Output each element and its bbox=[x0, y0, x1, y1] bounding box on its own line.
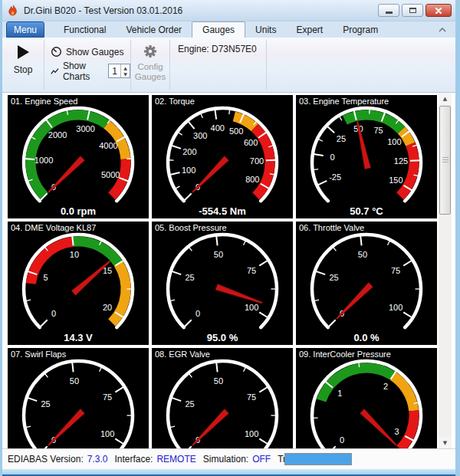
charts-count-value[interactable]: 1 bbox=[109, 64, 120, 77]
gauge-title: 09. InterCooler Pressure bbox=[299, 350, 391, 359]
gauge-tick-label: 300 bbox=[193, 131, 207, 140]
gauge-tile-05: 05. Boost Pressure025507510095.0 % bbox=[152, 222, 293, 345]
gauge-tick-label: 3 bbox=[395, 427, 399, 436]
gauge-tick-label: 1 bbox=[337, 389, 342, 398]
stop-icon bbox=[18, 45, 29, 59]
progress-bar-fill bbox=[285, 454, 351, 465]
gauge-tick-label: 50 bbox=[358, 250, 367, 259]
view-group: Show Gauges Show Charts 1 ▲ ▼ bbox=[44, 38, 130, 92]
gauge-tick-label: 4000 bbox=[99, 141, 117, 150]
gauge-value: 95.0 % bbox=[152, 332, 293, 343]
simulation-label: Simulation: bbox=[203, 454, 248, 465]
maximize-button[interactable] bbox=[402, 4, 423, 17]
gauge-needle bbox=[71, 261, 110, 295]
gauge-title: 07. Swirl Flaps bbox=[11, 350, 66, 359]
stop-label: Stop bbox=[14, 64, 33, 75]
window-controls bbox=[378, 4, 452, 17]
tab-vehicle-order[interactable]: Vehicle Order bbox=[116, 21, 192, 38]
collapse-ribbon-button[interactable] bbox=[437, 25, 448, 34]
window-title: Dr.Gini B020 - Test Version 03.01.2016 bbox=[24, 5, 182, 16]
title-bar[interactable]: Dr.Gini B020 - Test Version 03.01.2016 bbox=[2, 0, 455, 21]
gauge-tick-label: 100 bbox=[387, 137, 401, 146]
gauge-tick-label: 100 bbox=[100, 429, 114, 438]
gauge-tile-06: 06. Throttle Valve02550751000.0 % bbox=[296, 222, 437, 345]
minimize-icon bbox=[386, 11, 393, 14]
vertical-scrollbar[interactable]: ▲ ▼ bbox=[439, 93, 452, 448]
gauge-title: 01. Engine Speed bbox=[11, 97, 77, 106]
gauge-tick-label: 75 bbox=[247, 266, 256, 275]
config-gauges-button[interactable]: Config Gauges bbox=[131, 38, 169, 92]
gauge-needle bbox=[48, 156, 85, 193]
gauge-tile-04: 04. DME Voltage KL870510152014.3 V bbox=[8, 222, 149, 345]
chart-line-icon bbox=[51, 67, 59, 76]
chevron-up-icon bbox=[439, 28, 446, 32]
close-button[interactable] bbox=[426, 4, 452, 17]
gauge-dial: 0255075100 bbox=[296, 222, 437, 345]
gauge-title: 08. EGR Valve bbox=[155, 350, 210, 359]
tab-gauges[interactable]: Gauges bbox=[192, 21, 245, 38]
gauge-dial: 05101520 bbox=[8, 222, 149, 345]
simulation-value: OFF bbox=[252, 454, 271, 465]
gauge-tile-02: 02. Torque0100200300400500600700800-554.… bbox=[152, 95, 293, 218]
ribbon-toolbar: Stop Show Gauges Show Charts 1 ▲ ▼ bbox=[2, 38, 455, 93]
spinner-down-icon[interactable]: ▼ bbox=[121, 71, 130, 78]
gauge-tick-label: 75 bbox=[391, 266, 400, 275]
ribbon-tab-bar: Menu Functional Vehicle Order Gauges Uni… bbox=[2, 21, 455, 38]
minimize-button[interactable] bbox=[378, 4, 399, 17]
gauge-value: 0.0 rpm bbox=[8, 205, 149, 217]
show-charts-label[interactable]: Show Charts bbox=[63, 61, 101, 82]
spinner-up-icon[interactable]: ▲ bbox=[121, 64, 130, 71]
gauge-dial: 0255075100 bbox=[8, 348, 149, 448]
tab-functional[interactable]: Functional bbox=[54, 21, 116, 38]
engine-label: Engine: D73N57E0 bbox=[178, 44, 257, 54]
gauge-value: 50.7 °C bbox=[296, 205, 437, 217]
tab-program[interactable]: Program bbox=[333, 21, 388, 38]
gauge-needle bbox=[192, 409, 229, 446]
menu-button[interactable]: Menu bbox=[6, 21, 44, 38]
config-gauges-label: Config Gauges bbox=[131, 62, 169, 82]
gauge-tick-label: 150 bbox=[389, 176, 402, 185]
window-bottom-border bbox=[2, 469, 455, 476]
progress-bar bbox=[284, 453, 352, 465]
gauge-needle bbox=[192, 156, 229, 193]
gauge-title: 06. Throttle Valve bbox=[299, 223, 364, 232]
gauge-tick-label: 50 bbox=[70, 376, 79, 386]
gauge-tick-label: 1000 bbox=[34, 156, 53, 165]
gauge-tick-label: 50 bbox=[214, 376, 223, 386]
gauge-tick-label: 25 bbox=[185, 273, 194, 282]
gauge-tick-label: 400 bbox=[211, 123, 225, 133]
gauge-needle bbox=[360, 409, 397, 446]
scroll-up-button[interactable]: ▲ bbox=[439, 93, 452, 104]
gauge-icon bbox=[51, 46, 62, 57]
stop-button[interactable]: Stop bbox=[2, 38, 44, 92]
gauge-title: 05. Boost Pressure bbox=[155, 223, 227, 232]
gauge-tick-label: 100 bbox=[245, 429, 258, 438]
gauge-value: -554.5 Nm bbox=[152, 205, 293, 217]
close-icon bbox=[435, 7, 442, 15]
charts-count-spinner[interactable]: 1 ▲ ▼ bbox=[108, 64, 130, 78]
gauge-grid: 01. Engine Speed0100020003000400050000.0… bbox=[8, 95, 437, 448]
gauge-tick-label: 25 bbox=[185, 399, 194, 409]
gauge-tick-label: 25 bbox=[329, 273, 338, 282]
gauge-tile-09: 09. InterCooler Pressure0123 bbox=[296, 348, 437, 448]
gauge-tile-07: 07. Swirl Flaps0255075100 bbox=[8, 348, 149, 448]
gear-icon bbox=[143, 44, 158, 59]
scroll-down-button[interactable]: ▼ bbox=[439, 437, 452, 448]
gauge-tick-label: 2000 bbox=[48, 130, 67, 140]
gauge-tick-label: 0 bbox=[51, 309, 56, 318]
tab-expert[interactable]: Expert bbox=[286, 21, 333, 38]
scrollbar-thumb[interactable] bbox=[439, 106, 451, 215]
ediabas-version-label: EDIABAS Version: bbox=[8, 454, 84, 465]
gauge-value: 0.0 % bbox=[296, 332, 437, 343]
show-gauges-label: Show Gauges bbox=[66, 47, 123, 57]
gauge-tile-03: 03. Engine Temperature-25025507510012515… bbox=[296, 95, 437, 218]
tab-units[interactable]: Units bbox=[245, 21, 286, 38]
show-gauges-button[interactable]: Show Gauges bbox=[51, 42, 130, 61]
gauge-dial: -250255075100125150 bbox=[296, 95, 437, 218]
gauge-tick-label: 3000 bbox=[76, 124, 94, 133]
gauge-tick-label: 50 bbox=[214, 250, 223, 259]
gauge-tick-label: 0 bbox=[196, 309, 200, 318]
gauge-dial: 0100200300400500600700800 bbox=[152, 95, 293, 218]
flame-app-icon bbox=[7, 5, 19, 17]
gauge-tick-label: 75 bbox=[103, 392, 112, 402]
